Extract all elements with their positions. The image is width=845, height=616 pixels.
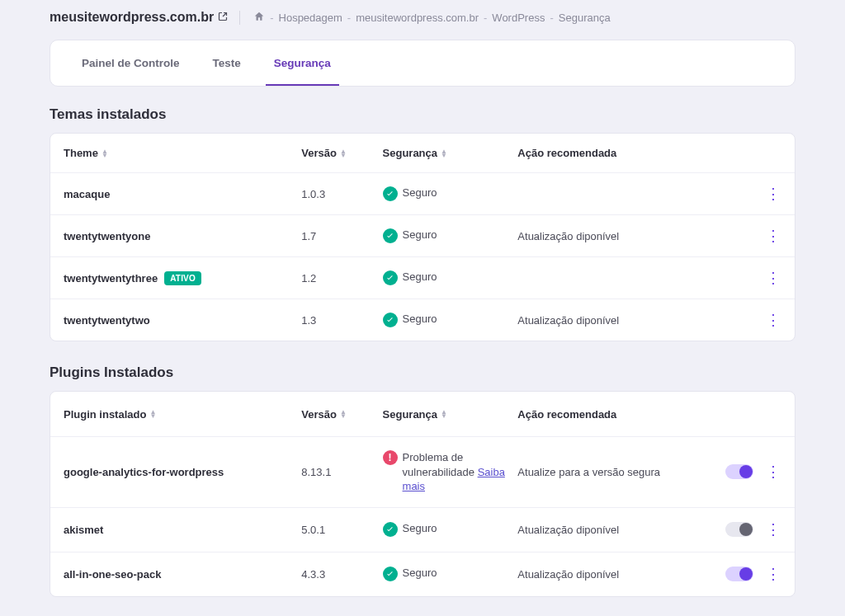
breadcrumb: - Hospedagem - meusitewordpress.com.br -… [239,11,610,25]
plugins-title: Plugins Instalados [50,364,795,381]
table-row: twentytwentytwo 1.3 Seguro Atualização d… [50,299,795,341]
plugin-action: Atualização diponível [517,524,691,536]
plugin-name-text: all-in-one-seo-pack [64,568,161,581]
theme-security-text: Seguro [403,186,437,199]
theme-name: twentytwentythree ATIVO [64,271,301,285]
theme-security-text: Seguro [403,228,437,241]
plugin-version: 5.0.1 [301,524,382,536]
tab-dashboard[interactable]: Painel de Controle [65,40,196,86]
home-icon[interactable] [253,11,265,25]
sort-icon: ▲▼ [101,149,108,158]
check-circle-icon [383,567,398,581]
tab-security[interactable]: Segurança [257,40,347,86]
plugins-header-row: Plugin instalado ▲▼ Versão ▲▼ Segurança … [50,392,795,436]
theme-version: 1.2 [301,272,382,284]
plugin-name: akismet [64,524,301,536]
theme-name-text: twentytwentyone [64,230,150,242]
plugin-security-text: Problema de vulnerabilidade Saiba mais [403,450,518,494]
theme-name-text: macaque [64,188,110,200]
plugin-toggle[interactable] [725,522,753,537]
col-security[interactable]: Segurança ▲▼ [383,408,518,421]
plugins-table: Plugin instalado ▲▼ Versão ▲▼ Segurança … [50,391,795,597]
more-icon[interactable]: ⋮ [765,522,781,537]
theme-name: twentytwentyone [64,230,301,242]
col-version[interactable]: Versão ▲▼ [301,408,382,421]
table-row: twentytwentyone 1.7 Seguro Atualização d… [50,214,795,256]
col-version-label: Versão [301,147,337,159]
breadcrumb-sep: - [550,12,553,24]
theme-security: Seguro [383,228,518,243]
more-icon[interactable]: ⋮ [765,228,781,243]
col-action-label: Ação recomendada [517,147,616,159]
col-security[interactable]: Segurança ▲▼ [383,147,518,159]
themes-title: Temas instalados [50,106,795,123]
warning-circle-icon: ! [383,450,398,465]
breadcrumb-sep: - [347,12,351,24]
col-plugin[interactable]: Plugin instalado ▲▼ [64,408,301,421]
tabs: Painel de Controle Teste Segurança [50,40,795,87]
more-icon[interactable]: ⋮ [765,567,781,581]
theme-name: twentytwentytwo [64,314,301,327]
plugin-toggle[interactable] [725,464,753,479]
header-row: meusitewordpress.com.br - Hospedagem - m… [17,0,828,35]
breadcrumb-hosting[interactable]: Hospedagem [279,12,342,24]
plugin-security: Seguro [383,567,518,581]
col-action: Ação recomendada [517,147,691,159]
active-badge: ATIVO [164,271,201,285]
breadcrumb-sep: - [270,12,273,24]
theme-name-text: twentytwentythree [64,272,158,284]
check-circle-icon [383,228,398,243]
theme-security-text: Seguro [403,270,437,283]
table-row: google-analytics-for-wordpress 8.13.1 ! … [50,436,795,507]
col-theme-label: Theme [64,147,98,159]
more-icon[interactable]: ⋮ [765,464,781,479]
plugin-security: ! Problema de vulnerabilidade Saiba mais [383,450,518,494]
sort-icon: ▲▼ [149,410,156,418]
theme-name-text: twentytwentytwo [64,314,150,327]
theme-action: Atualização diponível [517,314,691,327]
site-title-text: meusitewordpress.com.br [50,10,214,25]
check-circle-icon [383,270,398,285]
theme-action: Atualização diponível [517,230,691,242]
theme-version: 1.7 [301,230,382,242]
breadcrumb-site[interactable]: meusitewordpress.com.br [356,12,479,24]
plugin-action: Atualização diponível [517,568,691,581]
sort-icon: ▲▼ [340,149,347,158]
more-icon[interactable]: ⋮ [765,186,781,201]
theme-name: macaque [64,188,301,200]
col-security-label: Segurança [383,147,437,159]
breadcrumb-security: Segurança [559,12,611,24]
table-row: all-in-one-seo-pack 4.3.3 Seguro Atualiz… [50,552,795,596]
tab-test[interactable]: Teste [196,40,257,86]
plugin-security-text: Seguro [403,567,437,579]
theme-security-text: Seguro [403,313,437,325]
breadcrumb-wp[interactable]: WordPress [492,12,545,24]
site-title[interactable]: meusitewordpress.com.br [50,10,228,25]
col-version[interactable]: Versão ▲▼ [301,147,382,159]
col-theme[interactable]: Theme ▲▼ [64,147,301,159]
check-circle-icon [383,313,398,327]
plugin-version: 8.13.1 [301,466,382,478]
col-action: Ação recomendada [517,408,691,421]
plugin-security-text: Seguro [403,522,437,534]
check-circle-icon [383,522,398,537]
check-circle-icon [383,186,398,201]
theme-version: 1.3 [301,314,382,327]
theme-security: Seguro [383,186,518,201]
more-icon[interactable]: ⋮ [765,313,781,327]
external-link-icon [218,12,228,24]
theme-security: Seguro [383,313,518,327]
col-version-label: Versão [301,408,337,421]
theme-security: Seguro [383,270,518,285]
plugin-action: Atualize para a versão segura [517,466,691,478]
more-icon[interactable]: ⋮ [765,270,781,285]
sort-icon: ▲▼ [441,149,447,158]
themes-table: Theme ▲▼ Versão ▲▼ Segurança ▲▼ Ação rec… [50,133,795,341]
plugin-security: Seguro [383,522,518,537]
plugin-toggle[interactable] [725,567,753,581]
col-action-label: Ação recomendada [517,408,616,421]
plugin-name-text: google-analytics-for-wordpress [64,466,224,478]
table-row: macaque 1.0.3 Seguro ⋮ [50,172,795,214]
table-row: akismet 5.0.1 Seguro Atualização diponív… [50,507,795,552]
sort-icon: ▲▼ [340,410,347,418]
